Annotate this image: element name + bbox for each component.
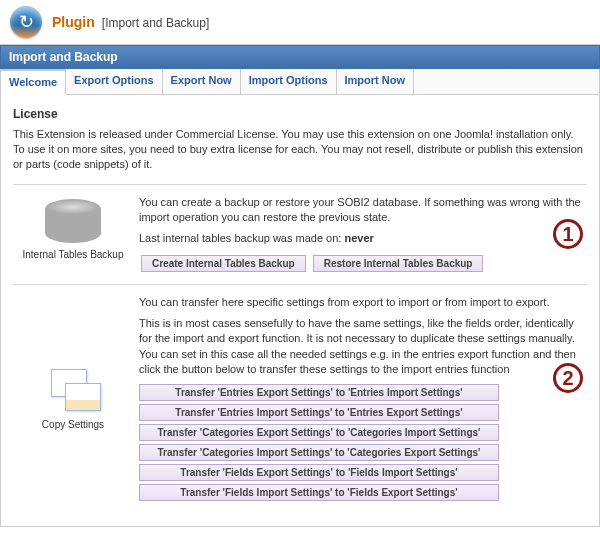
tab-import-options[interactable]: Import Options — [241, 69, 337, 94]
row-copy: Copy Settings You can transfer here spec… — [13, 284, 587, 514]
title-main: Plugin — [52, 14, 95, 30]
tab-export-options[interactable]: Export Options — [66, 69, 162, 94]
transfer-entries-import-to-export-button[interactable]: Transfer 'Entries Import Settings' to 'E… — [139, 404, 499, 421]
backup-last-value: never — [344, 232, 373, 244]
database-icon — [45, 199, 101, 243]
backup-right: You can create a backup or restore your … — [133, 195, 587, 274]
annotation-1: 1 — [553, 219, 583, 249]
backup-last: Last internal tables backup was made on:… — [139, 231, 581, 246]
row-backup: Internal Tables Backup You can create a … — [13, 184, 587, 284]
license-block: License This Extension is released under… — [13, 107, 587, 172]
tab-export-now[interactable]: Export Now — [163, 69, 241, 94]
backup-last-prefix: Last internal tables backup was made on: — [139, 232, 344, 244]
license-text: This Extension is released under Commerc… — [13, 127, 587, 172]
annotation-2: 2 — [553, 363, 583, 393]
tab-strip: Welcome Export Options Export Now Import… — [0, 69, 600, 95]
tab-import-now[interactable]: Import Now — [337, 69, 415, 94]
transfer-categories-import-to-export-button[interactable]: Transfer 'Categories Import Settings' to… — [139, 444, 499, 461]
transfer-fields-export-to-import-button[interactable]: Transfer 'Fields Export Settings' to 'Fi… — [139, 464, 499, 481]
copy-p2: This is in most cases sensefully to have… — [139, 316, 581, 378]
title-sub: [Import and Backup] — [102, 16, 209, 30]
section-title: Import and Backup — [0, 45, 600, 69]
copy-icon — [45, 369, 101, 413]
transfer-fields-import-to-export-button[interactable]: Transfer 'Fields Import Settings' to 'Fi… — [139, 484, 499, 501]
restore-backup-button[interactable]: Restore Internal Tables Backup — [313, 255, 484, 272]
copy-label: Copy Settings — [17, 419, 129, 430]
copy-p1: You can transfer here specific settings … — [139, 295, 581, 310]
backup-left: Internal Tables Backup — [13, 195, 133, 274]
license-heading: License — [13, 107, 587, 121]
page-header: Plugin [Import and Backup] — [0, 0, 600, 45]
transfer-categories-export-to-import-button[interactable]: Transfer 'Categories Export Settings' to… — [139, 424, 499, 441]
backup-label: Internal Tables Backup — [17, 249, 129, 260]
transfer-entries-export-to-import-button[interactable]: Transfer 'Entries Export Settings' to 'E… — [139, 384, 499, 401]
tab-welcome[interactable]: Welcome — [1, 69, 66, 95]
page-title: Plugin [Import and Backup] — [52, 14, 209, 30]
tab-panel-welcome: License This Extension is released under… — [0, 95, 600, 527]
copy-left: Copy Settings — [13, 295, 133, 504]
backup-desc: You can create a backup or restore your … — [139, 195, 581, 226]
copy-right: You can transfer here specific settings … — [133, 295, 587, 504]
create-backup-button[interactable]: Create Internal Tables Backup — [141, 255, 306, 272]
plugin-icon — [10, 6, 42, 38]
